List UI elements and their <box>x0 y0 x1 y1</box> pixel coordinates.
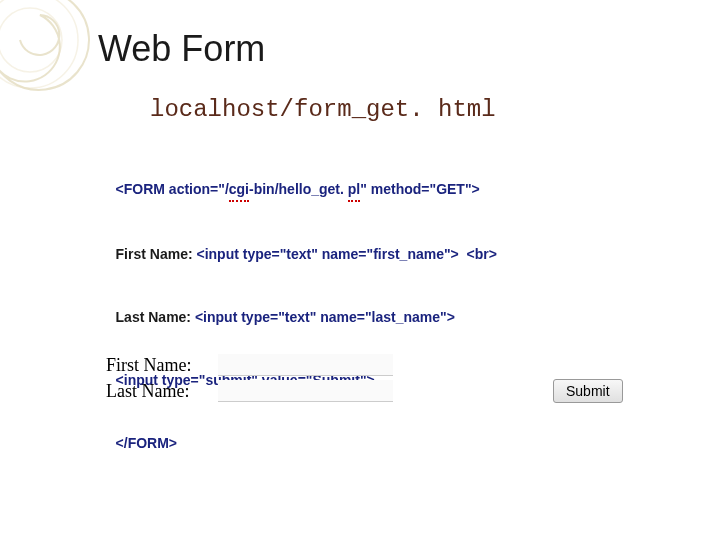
code-last-label: Last Name: <box>116 309 195 325</box>
decoration-swirl <box>0 0 110 120</box>
last-name-label: Last Name: <box>106 381 218 402</box>
file-path: localhost/form_get. html <box>150 96 496 123</box>
code-form-close: </FORM> <box>116 435 177 451</box>
code-form-open: <FORM <box>116 181 169 197</box>
code-block: <FORM action="/cgi-bin/hello_get. pl" me… <box>100 158 497 475</box>
svg-point-1 <box>0 8 62 72</box>
svg-point-0 <box>0 0 78 88</box>
code-input-last: <input type="text" name="last_name"> <box>195 309 455 325</box>
last-name-input[interactable] <box>218 380 393 402</box>
rendered-form: First Name: Last Name: Submit <box>106 354 623 403</box>
code-first-label: First Name: <box>116 246 197 262</box>
first-name-input[interactable] <box>218 354 393 376</box>
submit-button[interactable]: Submit <box>553 379 623 403</box>
page-title: Web Form <box>98 28 265 70</box>
code-input-first: <input type="text" name="first_name"> <b… <box>196 246 496 262</box>
first-name-label: First Name: <box>106 355 218 376</box>
